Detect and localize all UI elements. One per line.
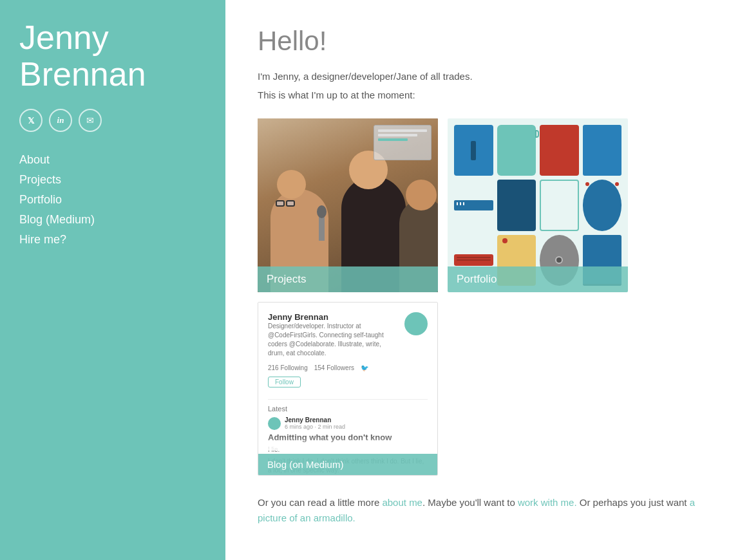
about-me-link[interactable]: about me	[382, 497, 422, 508]
sidebar: Jenny Brennan 𝕏 in ✉ About Projects Port…	[0, 0, 225, 560]
nav-projects[interactable]: Projects	[19, 171, 206, 189]
blog-divider	[268, 399, 428, 400]
bottom-text: Or you can read a little more about me. …	[258, 495, 717, 526]
cards-grid: Projects	[258, 118, 717, 476]
nav-links: About Projects Portfolio Blog (Medium) H…	[19, 151, 206, 248]
blog-post-author-info: Jenny Brennan 6 mins ago · 2 min read	[285, 416, 345, 430]
nav-portfolio[interactable]: Portfolio	[19, 191, 206, 209]
title-line2: Brennan	[19, 55, 146, 93]
blog-author-bio: Designer/developer. Instructor at @CodeF…	[268, 322, 398, 358]
projects-card[interactable]: Projects	[258, 118, 438, 292]
blog-following: 216 Following	[268, 364, 308, 371]
intro-line2: This is what I'm up to at the moment:	[258, 88, 717, 103]
bottom-text-3: Or perhaps you just want	[577, 497, 690, 508]
email-icon[interactable]: ✉	[79, 109, 102, 132]
linkedin-icon[interactable]: in	[49, 109, 72, 132]
blog-post-author-row: Jenny Brennan 6 mins ago · 2 min read	[268, 416, 428, 430]
blog-card-label: Blog (on Medium)	[258, 454, 437, 475]
bottom-text-2: . Maybe you'll want to	[422, 497, 518, 508]
blog-stats: 216 Following 154 Followers 🐦	[268, 364, 428, 371]
social-icons-group: 𝕏 in ✉	[19, 109, 206, 132]
portfolio-card-label: Portfolio	[448, 266, 628, 292]
cards-row-2: Jenny Brennan Designer/developer. Instru…	[258, 302, 717, 476]
blog-profile-info: Jenny Brennan Designer/developer. Instru…	[268, 312, 398, 358]
work-with-me-link[interactable]: work with me.	[518, 497, 577, 508]
page-heading: Hello!	[258, 26, 717, 57]
intro-line1: I'm Jenny, a designer/developer/Jane of …	[258, 70, 717, 84]
blog-author-name: Jenny Brennan	[268, 312, 398, 322]
blog-follow-button[interactable]: Follow	[268, 377, 301, 387]
nav-hire[interactable]: Hire me?	[19, 231, 206, 248]
blog-mini-avatar	[268, 417, 281, 430]
blog-post-meta: 6 mins ago · 2 min read	[285, 424, 345, 430]
cards-row-1: Projects	[258, 118, 717, 292]
bottom-text-1: Or you can read a little more	[258, 497, 382, 508]
twitter-bird-icon: 🐦	[361, 364, 368, 371]
title-line1: Jenny	[19, 19, 109, 56]
blog-card[interactable]: Jenny Brennan Designer/developer. Instru…	[258, 302, 438, 476]
blog-profile-row: Jenny Brennan Designer/developer. Instru…	[268, 312, 428, 358]
site-title: Jenny Brennan	[19, 19, 206, 93]
nav-blog[interactable]: Blog (Medium)	[19, 211, 206, 229]
blog-latest-label: Latest	[268, 405, 428, 413]
projects-card-label: Projects	[258, 266, 438, 292]
blog-avatar	[404, 312, 428, 335]
main-content: Hello! I'm Jenny, a designer/developer/J…	[225, 0, 749, 560]
blog-post-author: Jenny Brennan	[285, 416, 345, 424]
twitter-icon[interactable]: 𝕏	[19, 109, 43, 132]
blog-followers: 154 Followers	[314, 364, 354, 371]
portfolio-card[interactable]: Portfolio	[448, 118, 628, 292]
blog-card-content: Jenny Brennan Designer/developer. Instru…	[258, 303, 437, 475]
nav-about[interactable]: About	[19, 151, 206, 169]
